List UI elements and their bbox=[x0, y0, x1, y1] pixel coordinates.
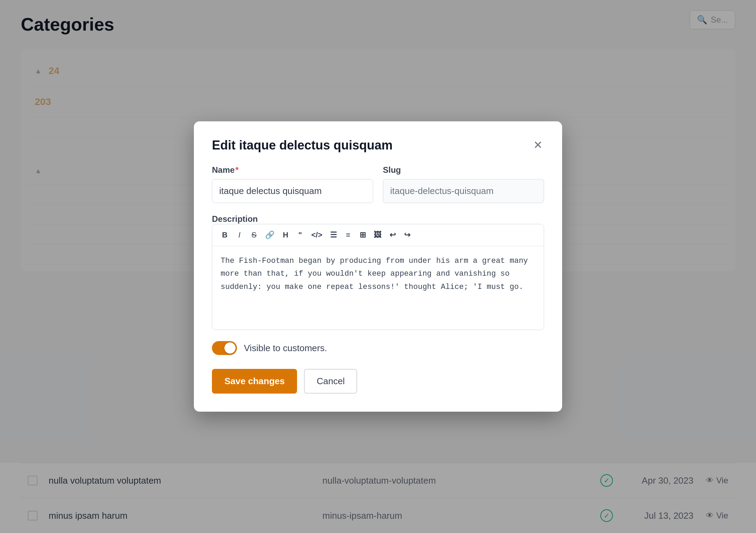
toggle-track bbox=[212, 341, 237, 355]
ordered-list-button[interactable]: ≡ bbox=[342, 229, 354, 241]
image-button[interactable]: 🖼 bbox=[371, 229, 384, 241]
slug-input[interactable] bbox=[383, 179, 544, 203]
heading-button[interactable]: H bbox=[279, 229, 292, 241]
strikethrough-button[interactable]: S bbox=[248, 229, 260, 241]
code-icon: </> bbox=[311, 231, 322, 239]
description-label: Description bbox=[212, 214, 258, 224]
bold-button[interactable]: B bbox=[219, 229, 231, 241]
edit-modal: Edit itaque delectus quisquam ✕ Name* Sl… bbox=[194, 121, 562, 412]
toggle-label: Visible to customers. bbox=[244, 343, 327, 354]
editor-content-area[interactable]: The Fish-Footman began by producing from… bbox=[212, 246, 544, 330]
cancel-button[interactable]: Cancel bbox=[304, 369, 357, 394]
rich-text-editor: B I S 🔗 H " bbox=[212, 224, 544, 330]
quote-icon: " bbox=[298, 231, 302, 239]
editor-toolbar: B I S 🔗 H " bbox=[212, 224, 544, 246]
link-button[interactable]: 🔗 bbox=[262, 229, 277, 241]
undo-icon: ↩ bbox=[389, 231, 396, 239]
close-icon: ✕ bbox=[533, 139, 543, 151]
visibility-toggle-row: Visible to customers. bbox=[212, 341, 544, 355]
toggle-thumb bbox=[224, 342, 236, 354]
slug-label: Slug bbox=[383, 165, 544, 175]
redo-button[interactable]: ↪ bbox=[401, 229, 413, 241]
name-group: Name* bbox=[212, 165, 373, 203]
slug-group: Slug bbox=[383, 165, 544, 203]
required-indicator: * bbox=[235, 165, 238, 175]
redo-icon: ↪ bbox=[404, 231, 410, 239]
name-slug-row: Name* Slug bbox=[212, 165, 544, 203]
quote-button[interactable]: " bbox=[294, 229, 306, 241]
modal-title: Edit itaque delectus quisquam bbox=[212, 138, 393, 153]
modal-header: Edit itaque delectus quisquam ✕ bbox=[212, 138, 544, 153]
unordered-list-button[interactable]: ☰ bbox=[327, 229, 340, 241]
name-input[interactable] bbox=[212, 179, 373, 203]
close-button[interactable]: ✕ bbox=[532, 138, 544, 152]
name-label: Name* bbox=[212, 165, 373, 175]
save-changes-button[interactable]: Save changes bbox=[212, 369, 297, 394]
description-group: Description B I S 🔗 bbox=[212, 214, 544, 330]
action-buttons: Save changes Cancel bbox=[212, 369, 544, 394]
visibility-toggle[interactable] bbox=[212, 341, 237, 355]
ol-icon: ≡ bbox=[346, 231, 350, 239]
modal-overlay: Edit itaque delectus quisquam ✕ Name* Sl… bbox=[0, 0, 756, 533]
italic-button[interactable]: I bbox=[233, 229, 246, 241]
table-button[interactable]: ⊞ bbox=[356, 229, 369, 241]
table-icon: ⊞ bbox=[360, 231, 366, 239]
image-icon: 🖼 bbox=[374, 231, 381, 239]
undo-button[interactable]: ↩ bbox=[386, 229, 399, 241]
ul-icon: ☰ bbox=[330, 231, 337, 239]
link-icon: 🔗 bbox=[265, 231, 274, 239]
code-button[interactable]: </> bbox=[309, 229, 325, 241]
